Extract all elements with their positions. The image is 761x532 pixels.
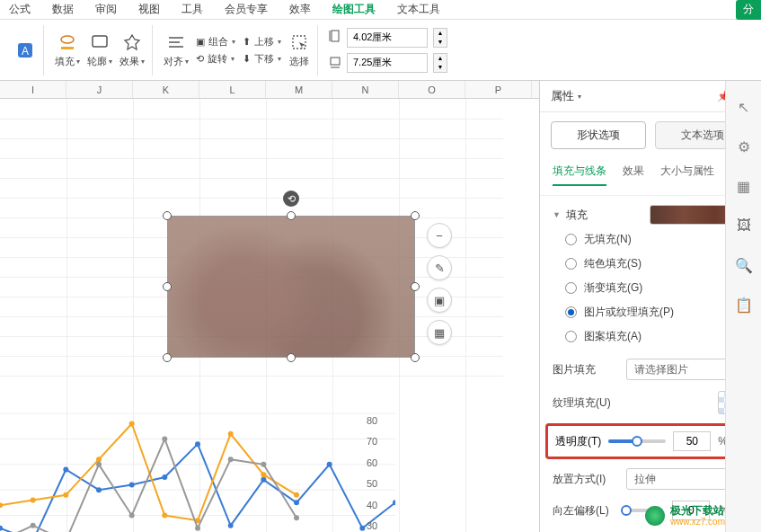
- placement-label: 放置方式(I): [553, 472, 617, 487]
- cursor-icon[interactable]: ↖: [734, 97, 754, 117]
- brush-button[interactable]: ✎: [427, 255, 452, 280]
- svg-point-33: [0, 502, 3, 508]
- menu-tools[interactable]: 工具: [181, 2, 203, 17]
- subtab-effects[interactable]: 效果: [623, 164, 644, 186]
- chevron-down-icon: ▾: [278, 55, 281, 63]
- height-spinner[interactable]: ▲▼: [433, 28, 447, 48]
- resize-handle[interactable]: [163, 353, 172, 362]
- layers-button[interactable]: ▣: [427, 288, 452, 313]
- effects-label: 效果: [119, 55, 139, 68]
- effects-button[interactable]: 效果▾: [119, 31, 145, 68]
- menu-review[interactable]: 审阅: [95, 2, 117, 17]
- radio-gradient-fill[interactable]: 渐变填充(G): [565, 280, 748, 296]
- resize-handle[interactable]: [287, 353, 296, 362]
- svg-point-20: [0, 526, 3, 531]
- svg-rect-3: [61, 47, 74, 49]
- outline-button[interactable]: 轮廓▾: [87, 31, 112, 68]
- svg-point-49: [195, 526, 200, 531]
- line-chart[interactable]: [0, 401, 395, 532]
- move-down-button[interactable]: ⬇下移▾: [243, 52, 281, 66]
- spreadsheet-area[interactable]: I J K L M N O P ⟲: [0, 81, 539, 532]
- col-header[interactable]: N: [332, 81, 399, 98]
- width-spinner[interactable]: ▲▼: [433, 53, 447, 73]
- group-button[interactable]: ▣组合▾: [196, 35, 235, 49]
- menu-data[interactable]: 数据: [52, 2, 74, 17]
- col-header[interactable]: M: [266, 81, 332, 98]
- svg-point-50: [228, 457, 234, 462]
- svg-point-23: [96, 487, 102, 492]
- settings-icon[interactable]: ⚙: [734, 137, 754, 156]
- menu-drawing-tools[interactable]: 绘图工具: [332, 2, 376, 17]
- opacity-slider[interactable]: [608, 439, 666, 443]
- template-icon[interactable]: ▦: [734, 176, 754, 196]
- resize-handle[interactable]: [163, 282, 172, 291]
- align-button[interactable]: 对齐▾: [164, 31, 189, 68]
- inspect-icon[interactable]: 🔍: [734, 255, 754, 275]
- svg-point-46: [96, 462, 102, 467]
- outline-label: 轮廓: [87, 55, 107, 68]
- width-icon: [329, 54, 341, 72]
- fill-button[interactable]: 填充▾: [55, 31, 80, 68]
- svg-rect-4: [93, 36, 107, 47]
- resize-handle[interactable]: [411, 282, 420, 291]
- opacity-input[interactable]: [673, 431, 711, 451]
- image-icon[interactable]: 🖼: [734, 216, 754, 235]
- offset-left-label: 向左偏移(L): [553, 503, 617, 519]
- radio-no-fill[interactable]: 无填充(N): [565, 232, 748, 247]
- resize-handle[interactable]: [287, 211, 296, 220]
- menu-bar: 公式 数据 审阅 视图 工具 会员专享 效率 绘图工具 文本工具: [0, 0, 761, 20]
- subtab-fill-line[interactable]: 填充与线条: [553, 164, 606, 186]
- resize-handle[interactable]: [411, 353, 420, 362]
- align-label: 对齐: [164, 55, 183, 68]
- svg-point-24: [129, 483, 135, 488]
- col-header[interactable]: P: [465, 81, 532, 98]
- clipboard-icon[interactable]: 📋: [734, 295, 754, 315]
- width-input[interactable]: [347, 53, 428, 73]
- chevron-down-icon: ▾: [109, 58, 112, 66]
- menu-view[interactable]: 视图: [138, 2, 160, 17]
- svg-point-30: [327, 462, 332, 467]
- col-header[interactable]: K: [133, 81, 199, 98]
- height-input[interactable]: [347, 28, 428, 48]
- chevron-down-icon[interactable]: ▾: [578, 93, 581, 101]
- col-header[interactable]: I: [0, 81, 66, 98]
- radio-picture-fill[interactable]: 图片或纹理填充(P): [565, 305, 748, 320]
- svg-point-26: [195, 441, 200, 447]
- move-down-icon: ⬇: [243, 53, 251, 65]
- text-style-button[interactable]: A: [14, 40, 36, 61]
- menu-efficiency[interactable]: 效率: [289, 2, 311, 17]
- chart-y-labels: 80 70 60 50 40 30: [367, 415, 377, 531]
- select-button[interactable]: 选择: [288, 31, 310, 68]
- picture-fill-preview: [167, 216, 415, 358]
- col-header[interactable]: L: [199, 81, 266, 98]
- menu-formula[interactable]: 公式: [9, 2, 31, 17]
- share-button[interactable]: 分: [736, 0, 761, 20]
- svg-point-51: [261, 462, 266, 467]
- col-header[interactable]: O: [399, 81, 465, 98]
- menu-text-tools[interactable]: 文本工具: [397, 2, 440, 17]
- slider-thumb[interactable]: [632, 436, 642, 447]
- rotate-handle[interactable]: ⟲: [283, 191, 299, 207]
- radio-pattern-fill[interactable]: 图案填充(A): [565, 329, 748, 344]
- table-button[interactable]: ▦: [427, 320, 452, 345]
- radio-solid-fill[interactable]: 纯色填充(S): [565, 256, 748, 271]
- move-up-button[interactable]: ⬆上移▾: [243, 35, 281, 49]
- svg-point-2: [61, 36, 74, 43]
- svg-point-37: [129, 421, 135, 427]
- svg-point-41: [261, 472, 266, 477]
- rotate-icon: ⟲: [196, 53, 204, 65]
- subtab-size-props[interactable]: 大小与属性: [660, 164, 714, 186]
- rotate-button[interactable]: ⟲旋转▾: [196, 52, 235, 66]
- svg-marker-5: [125, 35, 139, 49]
- zoom-out-button[interactable]: −: [427, 223, 452, 248]
- collapse-icon[interactable]: ▼: [553, 210, 561, 219]
- resize-handle[interactable]: [163, 211, 172, 220]
- selected-picture-shape[interactable]: ⟲: [167, 216, 415, 358]
- menu-member[interactable]: 会员专享: [225, 2, 268, 17]
- chevron-down-icon: ▾: [141, 58, 145, 66]
- tab-shape-options[interactable]: 形状选项: [551, 121, 646, 149]
- chevron-down-icon: ▾: [185, 58, 189, 66]
- slider-thumb[interactable]: [621, 505, 632, 516]
- col-header[interactable]: J: [66, 81, 133, 98]
- resize-handle[interactable]: [411, 211, 420, 220]
